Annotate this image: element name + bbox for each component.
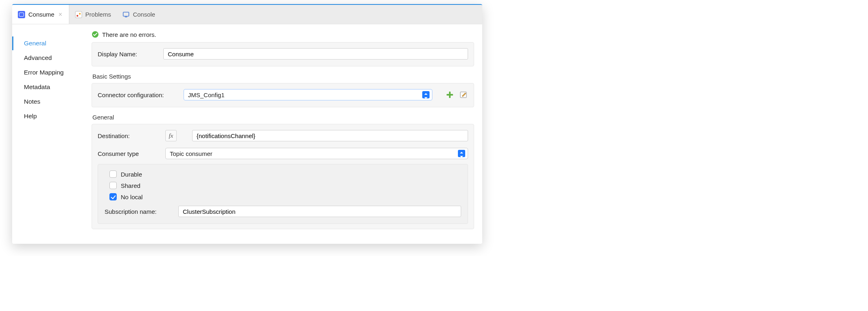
console-icon (122, 11, 130, 18)
svg-rect-4 (125, 17, 127, 17)
svg-rect-0 (75, 11, 82, 18)
sidebar: General Advanced Error Mapping Metadata … (12, 24, 85, 244)
display-name-input[interactable] (163, 48, 468, 60)
sidebar-item-error-mapping[interactable]: Error Mapping (12, 66, 85, 79)
shared-checkbox[interactable] (109, 182, 117, 189)
svg-rect-7 (447, 94, 453, 96)
no-local-row[interactable]: No local (105, 191, 461, 202)
no-local-checkbox[interactable] (109, 193, 117, 200)
close-icon[interactable]: × (58, 11, 63, 18)
chevron-updown-icon (458, 150, 465, 157)
sidebar-item-advanced[interactable]: Advanced (12, 51, 85, 65)
window-frame: Consume × Problems Console General Advan… (12, 4, 482, 244)
consumer-type-select[interactable]: Topic consumer (165, 148, 468, 159)
subscription-name-input[interactable] (178, 206, 461, 217)
tab-consume-label: Consume (28, 11, 54, 18)
tab-consume[interactable]: Consume × (12, 5, 69, 24)
durable-label: Durable (121, 171, 142, 178)
status-message: There are no errors. (102, 31, 156, 38)
display-name-panel: Display Name: (92, 42, 474, 66)
fx-icon: fx (169, 132, 173, 139)
consume-icon (18, 11, 25, 18)
problems-icon (75, 11, 82, 18)
status-row: There are no errors. (92, 31, 474, 42)
shared-row[interactable]: Shared (105, 180, 461, 191)
sidebar-item-label: Help (24, 113, 37, 119)
basic-settings-panel: Connector configuration: JMS_Config1 (92, 83, 474, 107)
durable-checkbox[interactable] (109, 170, 117, 178)
consumer-type-value: Topic consumer (170, 150, 212, 157)
no-local-label: No local (121, 194, 143, 200)
content-area: There are no errors. Display Name: Basic… (85, 24, 482, 244)
tab-bar: Consume × Problems Console (12, 5, 482, 24)
connector-config-value: JMS_Config1 (188, 92, 224, 98)
general-panel: Destination: fx Consumer type Topic cons… (92, 124, 474, 229)
svg-point-2 (79, 13, 80, 14)
connector-config-select[interactable]: JMS_Config1 (184, 89, 432, 100)
panel-body: General Advanced Error Mapping Metadata … (12, 24, 482, 244)
sidebar-item-metadata[interactable]: Metadata (12, 80, 85, 94)
consumer-options-panel: Durable Shared No local Subscription nam… (98, 164, 468, 224)
destination-label: Destination: (98, 132, 160, 139)
sidebar-item-label: Error Mapping (24, 69, 64, 76)
subscription-name-label: Subscription name: (105, 208, 173, 215)
tab-problems-label: Problems (86, 11, 111, 18)
connector-config-label: Connector configuration: (98, 92, 179, 98)
sidebar-item-label: General (24, 40, 46, 47)
sidebar-item-general[interactable]: General (12, 36, 85, 50)
sidebar-item-help[interactable]: Help (12, 109, 85, 123)
display-name-label: Display Name: (98, 51, 158, 58)
basic-settings-title: Basic Settings (92, 73, 474, 80)
sidebar-item-label: Advanced (24, 54, 52, 61)
svg-rect-3 (123, 12, 129, 16)
durable-row[interactable]: Durable (105, 168, 461, 180)
consumer-type-label: Consumer type (98, 150, 160, 157)
tab-console[interactable]: Console (117, 5, 161, 24)
sidebar-item-notes[interactable]: Notes (12, 95, 85, 109)
tab-problems[interactable]: Problems (69, 5, 117, 24)
edit-button[interactable] (459, 90, 468, 99)
general-section-title: General (92, 114, 474, 121)
add-button[interactable] (445, 90, 454, 99)
sidebar-item-label: Notes (24, 98, 41, 105)
tab-console-label: Console (133, 11, 155, 18)
destination-input[interactable] (192, 130, 468, 141)
sidebar-item-label: Metadata (24, 83, 50, 90)
success-icon (92, 31, 99, 38)
shared-label: Shared (121, 182, 140, 189)
chevron-updown-icon (422, 91, 430, 98)
expression-button[interactable]: fx (165, 130, 177, 141)
svg-point-1 (76, 15, 78, 16)
